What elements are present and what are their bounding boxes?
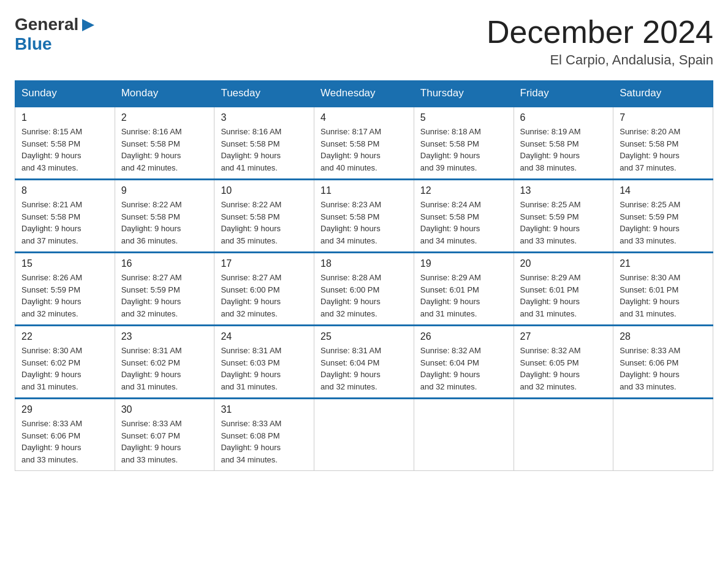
- day-info: Sunrise: 8:33 AMSunset: 6:07 PMDaylight:…: [121, 418, 208, 465]
- day-info: Sunrise: 8:33 AMSunset: 6:08 PMDaylight:…: [221, 418, 308, 465]
- header-monday: Monday: [115, 81, 214, 107]
- day-info: Sunrise: 8:33 AMSunset: 6:06 PMDaylight:…: [21, 418, 108, 465]
- day-number: 10: [221, 185, 308, 196]
- calendar-day-cell: [314, 399, 414, 471]
- calendar-day-cell: 16Sunrise: 8:27 AMSunset: 5:59 PMDayligh…: [115, 253, 214, 326]
- calendar-day-cell: 25Sunrise: 8:31 AMSunset: 6:04 PMDayligh…: [314, 326, 414, 399]
- day-info: Sunrise: 8:17 AMSunset: 5:58 PMDaylight:…: [320, 126, 408, 174]
- day-number: 5: [420, 112, 507, 123]
- day-number: 30: [121, 404, 208, 415]
- day-info: Sunrise: 8:22 AMSunset: 5:58 PMDaylight:…: [221, 199, 308, 247]
- calendar-header-row: Sunday Monday Tuesday Wednesday Thursday…: [15, 81, 713, 107]
- day-number: 20: [520, 258, 607, 269]
- day-number: 23: [121, 331, 208, 342]
- calendar-day-cell: 14Sunrise: 8:25 AMSunset: 5:59 PMDayligh…: [613, 180, 713, 253]
- calendar-week-row: 1Sunrise: 8:15 AMSunset: 5:58 PMDaylight…: [15, 107, 713, 180]
- day-info: Sunrise: 8:16 AMSunset: 5:58 PMDaylight:…: [221, 126, 308, 174]
- day-info: Sunrise: 8:15 AMSunset: 5:58 PMDaylight:…: [21, 126, 108, 174]
- calendar-day-cell: 23Sunrise: 8:31 AMSunset: 6:02 PMDayligh…: [115, 326, 214, 399]
- day-info: Sunrise: 8:31 AMSunset: 6:02 PMDaylight:…: [121, 345, 208, 393]
- day-number: 9: [121, 185, 208, 196]
- calendar-day-cell: [414, 399, 514, 471]
- day-info: Sunrise: 8:30 AMSunset: 6:02 PMDaylight:…: [21, 345, 108, 393]
- calendar-day-cell: 17Sunrise: 8:27 AMSunset: 6:00 PMDayligh…: [214, 253, 314, 326]
- day-info: Sunrise: 8:29 AMSunset: 6:01 PMDaylight:…: [420, 272, 507, 320]
- location-title: El Carpio, Andalusia, Spain: [487, 52, 713, 68]
- calendar-day-cell: 10Sunrise: 8:22 AMSunset: 5:58 PMDayligh…: [214, 180, 314, 253]
- calendar-table: Sunday Monday Tuesday Wednesday Thursday…: [15, 80, 713, 471]
- calendar-week-row: 15Sunrise: 8:26 AMSunset: 5:59 PMDayligh…: [15, 253, 713, 326]
- svg-marker-0: [82, 19, 94, 31]
- calendar-day-cell: 29Sunrise: 8:33 AMSunset: 6:06 PMDayligh…: [15, 399, 115, 471]
- day-number: 14: [620, 185, 707, 196]
- day-number: 26: [420, 331, 507, 342]
- logo: General Blue: [15, 15, 97, 54]
- logo-arrow-icon: [80, 17, 97, 34]
- day-number: 19: [420, 258, 507, 269]
- day-info: Sunrise: 8:32 AMSunset: 6:05 PMDaylight:…: [520, 345, 607, 393]
- calendar-day-cell: 26Sunrise: 8:32 AMSunset: 6:04 PMDayligh…: [414, 326, 514, 399]
- day-number: 12: [420, 185, 507, 196]
- day-number: 7: [620, 112, 707, 123]
- calendar-day-cell: 31Sunrise: 8:33 AMSunset: 6:08 PMDayligh…: [214, 399, 314, 471]
- day-info: Sunrise: 8:22 AMSunset: 5:58 PMDaylight:…: [121, 199, 208, 247]
- day-number: 28: [620, 331, 707, 342]
- calendar-day-cell: 2Sunrise: 8:16 AMSunset: 5:58 PMDaylight…: [115, 107, 214, 180]
- day-info: Sunrise: 8:31 AMSunset: 6:03 PMDaylight:…: [221, 345, 308, 393]
- day-info: Sunrise: 8:18 AMSunset: 5:58 PMDaylight:…: [420, 126, 507, 174]
- calendar-day-cell: 13Sunrise: 8:25 AMSunset: 5:59 PMDayligh…: [514, 180, 613, 253]
- day-info: Sunrise: 8:33 AMSunset: 6:06 PMDaylight:…: [620, 345, 707, 393]
- calendar-day-cell: 27Sunrise: 8:32 AMSunset: 6:05 PMDayligh…: [514, 326, 613, 399]
- day-number: 4: [320, 112, 408, 123]
- day-number: 6: [520, 112, 607, 123]
- day-number: 11: [320, 185, 408, 196]
- day-info: Sunrise: 8:24 AMSunset: 5:58 PMDaylight:…: [420, 199, 507, 247]
- day-number: 2: [121, 112, 208, 123]
- calendar-day-cell: 3Sunrise: 8:16 AMSunset: 5:58 PMDaylight…: [214, 107, 314, 180]
- logo-general: General: [15, 15, 78, 34]
- day-info: Sunrise: 8:23 AMSunset: 5:58 PMDaylight:…: [320, 199, 408, 247]
- day-number: 24: [221, 331, 308, 342]
- calendar-day-cell: 6Sunrise: 8:19 AMSunset: 5:58 PMDaylight…: [514, 107, 613, 180]
- calendar-day-cell: 30Sunrise: 8:33 AMSunset: 6:07 PMDayligh…: [115, 399, 214, 471]
- day-number: 31: [221, 404, 308, 415]
- day-number: 1: [21, 112, 108, 123]
- calendar-day-cell: 22Sunrise: 8:30 AMSunset: 6:02 PMDayligh…: [15, 326, 115, 399]
- calendar-day-cell: [613, 399, 713, 471]
- day-number: 13: [520, 185, 607, 196]
- calendar-day-cell: 4Sunrise: 8:17 AMSunset: 5:58 PMDaylight…: [314, 107, 414, 180]
- day-number: 3: [221, 112, 308, 123]
- day-info: Sunrise: 8:29 AMSunset: 6:01 PMDaylight:…: [520, 272, 607, 320]
- header-thursday: Thursday: [414, 81, 514, 107]
- calendar-day-cell: 24Sunrise: 8:31 AMSunset: 6:03 PMDayligh…: [214, 326, 314, 399]
- calendar-day-cell: 5Sunrise: 8:18 AMSunset: 5:58 PMDaylight…: [414, 107, 514, 180]
- calendar-day-cell: 8Sunrise: 8:21 AMSunset: 5:58 PMDaylight…: [15, 180, 115, 253]
- day-number: 25: [320, 331, 408, 342]
- calendar-day-cell: 18Sunrise: 8:28 AMSunset: 6:00 PMDayligh…: [314, 253, 414, 326]
- calendar-day-cell: 7Sunrise: 8:20 AMSunset: 5:58 PMDaylight…: [613, 107, 713, 180]
- calendar-day-cell: 1Sunrise: 8:15 AMSunset: 5:58 PMDaylight…: [15, 107, 115, 180]
- day-info: Sunrise: 8:30 AMSunset: 6:01 PMDaylight:…: [620, 272, 707, 320]
- day-number: 15: [21, 258, 108, 269]
- day-info: Sunrise: 8:32 AMSunset: 6:04 PMDaylight:…: [420, 345, 507, 393]
- day-info: Sunrise: 8:25 AMSunset: 5:59 PMDaylight:…: [520, 199, 607, 247]
- header-tuesday: Tuesday: [214, 81, 314, 107]
- calendar-day-cell: [514, 399, 613, 471]
- day-info: Sunrise: 8:25 AMSunset: 5:59 PMDaylight:…: [620, 199, 707, 247]
- header-wednesday: Wednesday: [314, 81, 414, 107]
- day-info: Sunrise: 8:26 AMSunset: 5:59 PMDaylight:…: [21, 272, 108, 320]
- day-info: Sunrise: 8:19 AMSunset: 5:58 PMDaylight:…: [520, 126, 607, 174]
- day-number: 27: [520, 331, 607, 342]
- calendar-day-cell: 28Sunrise: 8:33 AMSunset: 6:06 PMDayligh…: [613, 326, 713, 399]
- calendar-week-row: 22Sunrise: 8:30 AMSunset: 6:02 PMDayligh…: [15, 326, 713, 399]
- calendar-day-cell: 9Sunrise: 8:22 AMSunset: 5:58 PMDaylight…: [115, 180, 214, 253]
- day-info: Sunrise: 8:28 AMSunset: 6:00 PMDaylight:…: [320, 272, 408, 320]
- day-info: Sunrise: 8:31 AMSunset: 6:04 PMDaylight:…: [320, 345, 408, 393]
- calendar-day-cell: 11Sunrise: 8:23 AMSunset: 5:58 PMDayligh…: [314, 180, 414, 253]
- day-number: 18: [320, 258, 408, 269]
- header-sunday: Sunday: [15, 81, 115, 107]
- day-info: Sunrise: 8:20 AMSunset: 5:58 PMDaylight:…: [620, 126, 707, 174]
- day-info: Sunrise: 8:27 AMSunset: 5:59 PMDaylight:…: [121, 272, 208, 320]
- day-number: 29: [21, 404, 108, 415]
- calendar-day-cell: 19Sunrise: 8:29 AMSunset: 6:01 PMDayligh…: [414, 253, 514, 326]
